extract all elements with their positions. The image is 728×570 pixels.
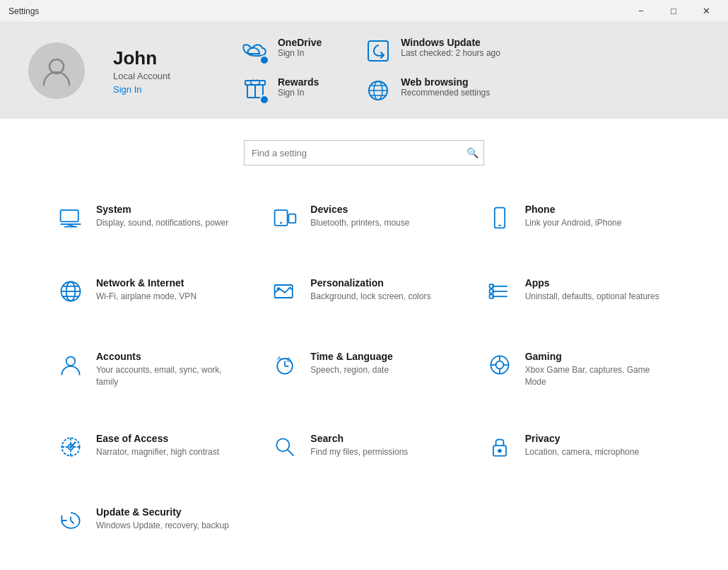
network-desc: Wi-Fi, airplane mode, VPN [96, 291, 196, 303]
profile-name: John [113, 47, 170, 69]
svg-text:あ: あ [286, 356, 292, 362]
maximize-button[interactable]: □ [657, 0, 690, 23]
svg-point-47 [277, 439, 290, 452]
accounts-text: Accounts Your accounts, email, sync, wor… [96, 351, 242, 388]
search-input[interactable] [244, 140, 484, 165]
service-onedrive[interactable]: OneDrive Sign In [241, 37, 322, 65]
system-title: System [96, 204, 228, 215]
settings-item-update[interactable]: Update & Security Windows Update, recove… [42, 489, 257, 563]
privacy-desc: Location, camera, microphone [525, 446, 639, 458]
apps-icon [486, 277, 514, 306]
settings-grid: System Display, sound, notifications, po… [0, 180, 728, 570]
web-browsing-text: Web browsing Recommended settings [401, 76, 490, 98]
web-browsing-icon [365, 78, 391, 103]
search-desc: Find my files, permissions [310, 446, 408, 458]
time-icon: A あ [271, 351, 299, 379]
update-icon [57, 506, 85, 535]
settings-item-privacy[interactable]: Privacy Location, camera, microphone [471, 416, 686, 489]
ease-desc: Narrator, magnifier, high contrast [96, 446, 219, 458]
search-text: Search Find my files, permissions [310, 433, 408, 458]
personalization-icon [271, 277, 299, 306]
devices-icon [271, 204, 299, 232]
apps-text: Apps Uninstall, defaults, optional featu… [525, 277, 659, 303]
profile-signin-link[interactable]: Sign In [113, 84, 170, 95]
service-web-browsing[interactable]: Web browsing Recommended settings [364, 76, 500, 105]
rewards-status-dot [259, 95, 269, 105]
network-title: Network & Internet [96, 277, 196, 289]
system-desc: Display, sound, notifications, power [96, 217, 228, 229]
close-button[interactable]: ✕ [690, 0, 722, 23]
personalization-text: Personalization Background, lock screen,… [310, 277, 430, 303]
service-windows-update[interactable]: Windows Update Last checked: 2 hours ago [364, 37, 500, 65]
devices-title: Devices [310, 204, 409, 215]
svg-point-17 [281, 222, 283, 224]
time-text: Time & Language Speech, region, date [310, 351, 392, 376]
search-title: Search [310, 433, 408, 444]
rewards-icon-wrap [241, 76, 269, 105]
settings-item-phone[interactable]: Phone Link your Android, iPhone [471, 187, 686, 260]
svg-point-26 [277, 287, 281, 291]
gaming-desc: Xbox Game Bar, captures, Game Mode [525, 364, 671, 388]
ease-icon [57, 433, 85, 461]
window-controls: − □ ✕ [625, 0, 722, 23]
rewards-text: Rewards Sign In [278, 76, 319, 98]
windows-update-text: Windows Update Last checked: 2 hours ago [401, 37, 500, 58]
settings-item-time[interactable]: A あ Time & Language Speech, region, date [257, 334, 471, 416]
accounts-desc: Your accounts, email, sync, work, family [96, 364, 242, 388]
settings-item-devices[interactable]: Devices Bluetooth, printers, mouse [257, 187, 471, 260]
profile-header: John Local Account Sign In OneDrive Sign… [0, 23, 728, 119]
settings-item-gaming[interactable]: Gaming Xbox Game Bar, captures, Game Mod… [471, 334, 686, 416]
privacy-title: Privacy [525, 433, 639, 444]
settings-item-ease[interactable]: Ease of Access Narrator, magnifier, high… [42, 416, 257, 489]
svg-rect-15 [289, 214, 296, 223]
minimize-button[interactable]: − [625, 0, 657, 23]
svg-rect-30 [489, 284, 493, 288]
service-rewards[interactable]: Rewards Sign In [241, 76, 322, 105]
onedrive-name: OneDrive [278, 37, 322, 48]
accounts-title: Accounts [96, 351, 242, 362]
web-browsing-name: Web browsing [401, 76, 490, 88]
title-bar: Settings − □ ✕ [0, 0, 728, 23]
time-title: Time & Language [310, 351, 392, 362]
web-browsing-action: Recommended settings [401, 88, 490, 98]
update-desc: Windows Update, recovery, backup [96, 520, 229, 532]
personalization-title: Personalization [310, 277, 430, 289]
onedrive-action: Sign In [278, 48, 322, 58]
search-icon [271, 433, 299, 461]
settings-item-network[interactable]: Network & Internet Wi-Fi, airplane mode,… [42, 260, 257, 334]
phone-title: Phone [525, 204, 622, 215]
svg-rect-31 [489, 289, 493, 293]
svg-point-40 [495, 361, 503, 368]
ease-text: Ease of Access Narrator, magnifier, high… [96, 433, 219, 458]
search-box: 🔍 [244, 140, 484, 165]
gaming-title: Gaming [525, 351, 671, 362]
gaming-icon [486, 351, 514, 379]
ease-title: Ease of Access [96, 433, 219, 444]
avatar [28, 42, 85, 99]
phone-icon [486, 204, 514, 232]
svg-text:A: A [278, 355, 282, 361]
onedrive-text: OneDrive Sign In [278, 37, 322, 58]
svg-point-50 [498, 449, 501, 453]
search-icon: 🔍 [466, 147, 479, 158]
svg-point-33 [66, 356, 76, 366]
svg-rect-10 [61, 210, 78, 221]
settings-item-system[interactable]: System Display, sound, notifications, po… [42, 187, 257, 260]
windows-update-icon-wrap [364, 37, 392, 65]
settings-item-search[interactable]: Search Find my files, permissions [257, 416, 471, 489]
app-title: Settings [8, 6, 39, 16]
onedrive-icon-wrap [241, 37, 269, 65]
settings-item-personalization[interactable]: Personalization Background, lock screen,… [257, 260, 471, 334]
user-icon [40, 54, 74, 88]
privacy-text: Privacy Location, camera, microphone [525, 433, 639, 458]
settings-item-accounts[interactable]: Accounts Your accounts, email, sync, wor… [42, 334, 257, 416]
profile-account-type: Local Account [113, 71, 170, 81]
network-icon [57, 277, 85, 306]
devices-text: Devices Bluetooth, printers, mouse [310, 204, 409, 229]
search-area: 🔍 [0, 119, 728, 180]
network-text: Network & Internet Wi-Fi, airplane mode,… [96, 277, 196, 303]
time-desc: Speech, region, date [310, 364, 392, 376]
settings-item-apps[interactable]: Apps Uninstall, defaults, optional featu… [471, 260, 686, 334]
system-text: System Display, sound, notifications, po… [96, 204, 228, 229]
svg-rect-4 [368, 41, 388, 61]
